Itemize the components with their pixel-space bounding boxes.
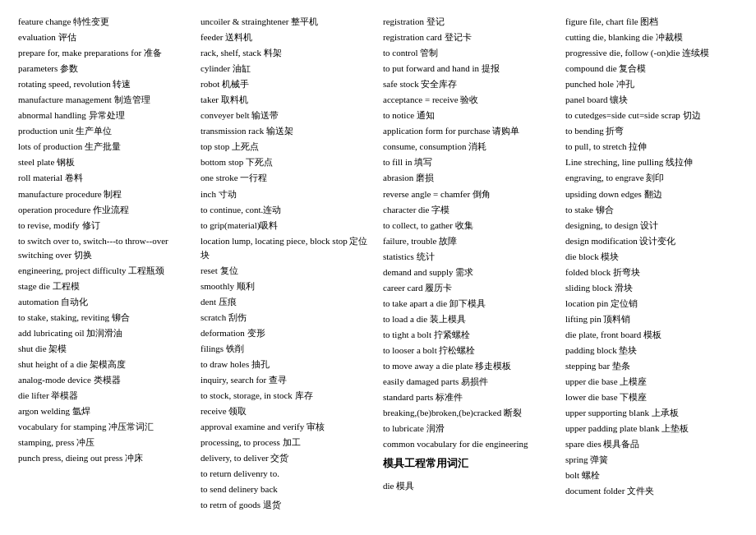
entry-c1-r24: die lifter 举模器 xyxy=(18,389,191,403)
entry-c3-r3: to control 管制 xyxy=(383,46,555,60)
entry-c2-r28: delivery, to deliver 交货 xyxy=(201,451,373,465)
entry-c2-r3: rack, shelf, stack 料架 xyxy=(201,46,373,60)
entry-c3-r8: application form for purchase 请购单 xyxy=(383,124,555,138)
entry-c2-r4: cylinder 油缸 xyxy=(201,62,373,76)
entry-c1-r25: argon welding 氩焊 xyxy=(18,404,191,418)
entry-c1-r3: prepare for, make preparations for 准备 xyxy=(18,46,191,60)
entry-c2-r25: receive 领取 xyxy=(201,404,373,418)
entry-c3-r28: common vocabulary for die engineering xyxy=(383,437,555,451)
entry-c3-r31: die 模具 xyxy=(383,479,555,493)
entry-c4-r1: figure file, chart file 图档 xyxy=(565,15,738,29)
entry-c4-r13: to stake 铆合 xyxy=(565,203,738,217)
entry-c2-r5: robot 机械手 xyxy=(201,77,373,91)
entry-c4-r22: padding block 垫块 xyxy=(565,344,738,357)
column-3: registration 登记registration card 登记卡to c… xyxy=(383,15,555,513)
entry-c2-r15: location lump, locating piece, block sto… xyxy=(201,234,373,262)
entry-c2-r6: taker 取料机 xyxy=(201,93,373,107)
entry-c3-r9: consume, consumption 消耗 xyxy=(383,140,555,154)
entry-c1-r23: analog-mode device 类模器 xyxy=(18,373,191,387)
entry-c4-r27: upper padding plate blank 上垫板 xyxy=(565,422,738,436)
main-content: feature change 特性变更evaluation 评估prepare … xyxy=(18,15,738,513)
entry-c4-r12: upsiding down edges 翻边 xyxy=(565,187,738,201)
entry-c2-r9: top stop 上死点 xyxy=(201,140,373,154)
entry-c3-r2: registration card 登记卡 xyxy=(383,30,555,44)
entry-c1-r16: engineering, project difficulty 工程瓶颈 xyxy=(18,264,191,278)
entry-c2-r2: feeder 送料机 xyxy=(201,30,373,44)
entry-c4-r18: sliding block 滑块 xyxy=(565,281,738,295)
entry-c3-r26: breaking,(be)broken,(be)cracked 断裂 xyxy=(383,406,555,420)
entry-c3-r10: to fill in 填写 xyxy=(383,155,555,169)
entry-c4-r31: document folder 文件夹 xyxy=(565,484,738,498)
entry-c2-r11: one stroke 一行程 xyxy=(201,171,373,185)
column-4: figure file, chart file 图档cutting die, b… xyxy=(565,15,738,513)
entry-c4-r21: die plate, front board 模板 xyxy=(565,328,738,342)
entry-c3-r15: failure, trouble 故障 xyxy=(383,234,555,248)
entry-c3-r13: character die 字模 xyxy=(383,203,555,217)
entry-c3-r14: to collect, to gather 收集 xyxy=(383,219,555,233)
entry-c1-r21: shut die 架模 xyxy=(18,342,191,356)
entry-c4-r30: bolt 螺栓 xyxy=(565,468,738,482)
entry-c3-r11: abrasion 磨损 xyxy=(383,171,555,185)
entry-c2-r31: to retrn of goods 退货 xyxy=(201,498,373,512)
entry-c1-r27: stamping, press 冲压 xyxy=(18,436,191,450)
entry-c1-r28: punch press, dieing out press 冲床 xyxy=(18,451,191,465)
entry-c2-r7: conveyer belt 输送带 xyxy=(201,108,373,122)
entry-c3-r5: safe stock 安全库存 xyxy=(383,77,555,91)
entry-c3-r16: statistics 统计 xyxy=(383,250,555,264)
entry-c3-r21: to tight a bolt 拧紧螺栓 xyxy=(383,328,555,342)
entry-c3-r7: to notice 通知 xyxy=(383,108,555,122)
entry-c3-r25: standard parts 标准件 xyxy=(383,390,555,404)
entry-c1-r6: manufacture management 制造管理 xyxy=(18,93,191,107)
entry-c4-r29: spring 弹簧 xyxy=(565,453,738,467)
entry-c3-r6: acceptance = receive 验收 xyxy=(383,93,555,107)
entry-c3-r17: demand and supply 需求 xyxy=(383,265,555,279)
entry-c4-r6: panel board 镶块 xyxy=(565,93,738,107)
entry-c4-r5: punched hole 冲孔 xyxy=(565,77,738,91)
entry-c4-r16: die block 模块 xyxy=(565,250,738,264)
entry-c4-r11: engraving, to engrave 刻印 xyxy=(565,171,738,185)
entry-c3-r19: to take apart a die 卸下模具 xyxy=(383,297,555,311)
entry-c1-r11: roll material 卷料 xyxy=(18,171,191,185)
entry-c4-r23: stepping bar 垫条 xyxy=(565,359,738,373)
entry-c1-r13: operation procedure 作业流程 xyxy=(18,203,191,217)
entry-c2-r18: dent 压痕 xyxy=(201,295,373,309)
entry-c1-r9: lots of production 生产批量 xyxy=(18,140,191,154)
entry-c4-r7: to cutedges=side cut=side scrap 切边 xyxy=(565,108,738,122)
entry-c3-r1: registration 登记 xyxy=(383,15,555,29)
entry-c4-r10: Line streching, line pulling 线拉伸 xyxy=(565,155,738,169)
entry-c2-r29: to return delivenry to. xyxy=(201,467,373,481)
entry-c2-r30: to send delinery back xyxy=(201,482,373,496)
entry-c1-r26: vocabulary for stamping 冲压常词汇 xyxy=(18,420,191,434)
entry-c2-r24: to stock, storage, in stock 库存 xyxy=(201,389,373,403)
entry-c3-r12: reverse angle = chamfer 倒角 xyxy=(383,187,555,201)
entry-c1-r19: to stake, staking, reviting 铆合 xyxy=(18,311,191,325)
entry-c2-r21: filings 铁削 xyxy=(201,342,373,356)
entry-c2-r10: bottom stop 下死点 xyxy=(201,155,373,169)
entry-c4-r28: spare dies 模具备品 xyxy=(565,437,738,451)
entry-c1-r22: shut height of a die 架模高度 xyxy=(18,357,191,371)
entry-c2-r12: inch 寸动 xyxy=(201,187,373,201)
entry-c2-r8: transmission rack 输送架 xyxy=(201,124,373,138)
entry-c1-r2: evaluation 评估 xyxy=(18,30,191,44)
column-1: feature change 特性变更evaluation 评估prepare … xyxy=(18,15,191,513)
entry-c2-r13: to continue, cont.连动 xyxy=(201,203,373,217)
entry-c1-r15: to switch over to, switch---to throw--ov… xyxy=(18,234,191,262)
entry-c4-r2: cutting die, blanking die 冲裁模 xyxy=(565,30,738,44)
entry-c1-r10: steel plate 钢板 xyxy=(18,155,191,169)
column-2: uncoiler & strainghtener 整平机feeder 送料机ra… xyxy=(201,15,373,513)
entry-c2-r1: uncoiler & strainghtener 整平机 xyxy=(201,15,373,29)
entry-c4-r26: upper supporting blank 上承板 xyxy=(565,406,738,420)
entry-c4-r14: designing, to design 设计 xyxy=(565,219,738,233)
entry-c2-r16: reset 复位 xyxy=(201,264,373,278)
entry-c3-r29: 模具工程常用词汇 xyxy=(383,456,555,472)
entry-c2-r20: deformation 变形 xyxy=(201,326,373,340)
entry-c3-r27: to lubricate 润滑 xyxy=(383,422,555,436)
entry-c1-r12: manufacture procedure 制程 xyxy=(18,187,191,201)
entry-c1-r7: abnormal handling 异常处理 xyxy=(18,108,191,122)
entry-c2-r14: to grip(material)吸料 xyxy=(201,219,373,233)
entry-c2-r26: approval examine and verify 审核 xyxy=(201,420,373,434)
entry-c2-r17: smoothly 顺利 xyxy=(201,279,373,293)
entry-c3-r22: to looser a bolt 拧松螺栓 xyxy=(383,344,555,357)
entry-c1-r1: feature change 特性变更 xyxy=(18,15,191,29)
entry-c1-r20: add lubricating oil 加润滑油 xyxy=(18,326,191,340)
